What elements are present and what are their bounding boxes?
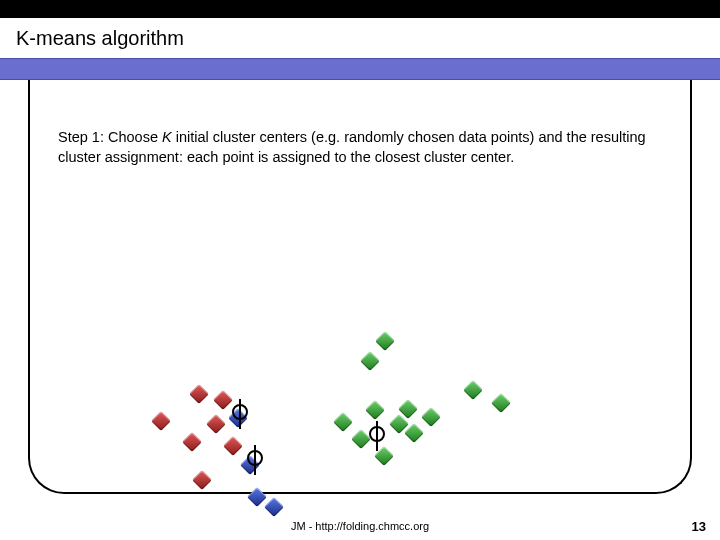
step-prefix: Step 1: Choose [58, 129, 162, 145]
data-point [247, 487, 267, 507]
data-point [206, 414, 226, 434]
data-point [421, 407, 441, 427]
data-point [213, 390, 233, 410]
data-point [182, 432, 202, 452]
footer-credit: JM - http://folding.chmcc.org [0, 520, 720, 532]
data-point [192, 470, 212, 490]
data-point [491, 393, 511, 413]
scatter-plot [130, 294, 550, 514]
title-band: K-means algorithm [0, 18, 720, 58]
data-point [463, 380, 483, 400]
data-point [189, 384, 209, 404]
center-green-mark [369, 426, 385, 442]
slide-title: K-means algorithm [16, 27, 184, 50]
data-point [360, 351, 380, 371]
content-frame: Step 1: Choose K initial cluster centers… [28, 94, 692, 494]
data-point [375, 331, 395, 351]
data-point [351, 429, 371, 449]
data-point [264, 497, 284, 517]
data-point [404, 423, 424, 443]
data-point [365, 400, 385, 420]
data-point [333, 412, 353, 432]
center-blue-mark [247, 450, 263, 466]
top-black-bar [0, 0, 720, 18]
data-point [223, 436, 243, 456]
accent-band [0, 58, 720, 80]
step-text: Step 1: Choose K initial cluster centers… [58, 128, 662, 167]
center-red-mark [232, 404, 248, 420]
step-k: K [162, 129, 172, 145]
page-number: 13 [692, 519, 706, 534]
data-point [151, 411, 171, 431]
